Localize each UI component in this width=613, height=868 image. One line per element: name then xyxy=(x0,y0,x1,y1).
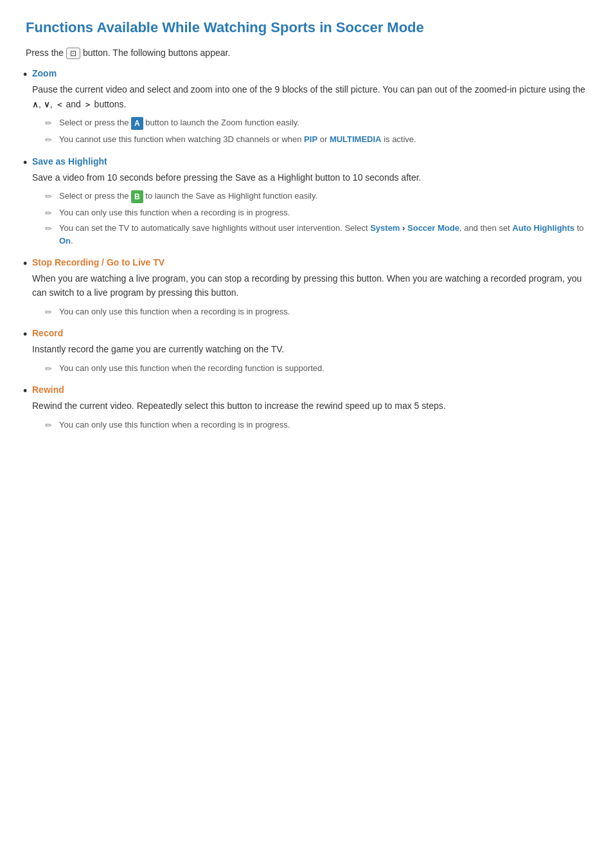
record-body: Instantly record the game you are curren… xyxy=(32,342,587,356)
intro-before: Press the xyxy=(26,48,64,58)
sections-list: Zoom Pause the current video and select … xyxy=(26,68,587,431)
rewind-notes: You can only use this function when a re… xyxy=(32,419,587,431)
menu-button-icon: ⊡ xyxy=(66,48,80,59)
pip-highlight: PIP xyxy=(304,134,317,144)
save-highlight-note-3: You can set the TV to automatically save… xyxy=(45,222,587,247)
zoom-notes: Select or press the A button to launch t… xyxy=(32,116,587,145)
section-record: Record Instantly record the game you are… xyxy=(32,328,587,374)
auto-highlights-highlight: Auto Highlights xyxy=(512,223,574,233)
rewind-body: Rewind the current video. Repeatedly sel… xyxy=(32,399,587,413)
section-stop-recording: Stop Recording / Go to Live TV When you … xyxy=(32,257,587,318)
record-note-1: You can only use this function when the … xyxy=(45,362,587,375)
stop-recording-title: Stop Recording / Go to Live TV xyxy=(32,257,587,267)
zoom-note-1: Select or press the A button to launch t… xyxy=(45,116,587,130)
section-zoom: Zoom Pause the current video and select … xyxy=(32,68,587,145)
zoom-body: Pause the current video and select and z… xyxy=(32,82,587,111)
on-highlight: On xyxy=(59,236,71,246)
intro-after: button. The following buttons appear. xyxy=(83,48,230,58)
zoom-title: Zoom xyxy=(32,68,587,78)
save-highlight-body: Save a video from 10 seconds before pres… xyxy=(32,170,587,185)
save-highlight-note-2: You can only use this function when a re… xyxy=(45,206,587,219)
intro-text: Press the ⊡ button. The following button… xyxy=(26,48,587,59)
save-highlight-note-1: Select or press the B to launch the Save… xyxy=(45,190,587,203)
record-notes: You can only use this function when the … xyxy=(32,362,587,375)
save-highlight-notes: Select or press the B to launch the Save… xyxy=(32,190,587,247)
section-rewind: Rewind Rewind the current video. Repeate… xyxy=(32,384,587,431)
stop-recording-note-1: You can only use this function when a re… xyxy=(45,305,587,318)
multimedia-highlight: MULTIMEDIA xyxy=(330,134,382,144)
section-save-highlight: Save as Highlight Save a video from 10 s… xyxy=(32,156,587,247)
save-highlight-title: Save as Highlight xyxy=(32,156,587,167)
soccer-mode-highlight: Soccer Mode xyxy=(407,223,459,233)
rewind-title: Rewind xyxy=(32,384,587,395)
stop-recording-notes: You can only use this function when a re… xyxy=(32,305,587,318)
zoom-note-2: You cannot use this function when watchi… xyxy=(45,133,587,146)
page-title: Functions Available While Watching Sport… xyxy=(26,19,587,36)
stop-recording-body: When you are watching a live program, yo… xyxy=(32,271,587,300)
system-highlight: System xyxy=(370,223,400,233)
rewind-note-1: You can only use this function when a re… xyxy=(45,419,587,431)
a-badge: A xyxy=(131,117,143,130)
b-badge: B xyxy=(131,190,143,203)
record-title: Record xyxy=(32,328,587,338)
